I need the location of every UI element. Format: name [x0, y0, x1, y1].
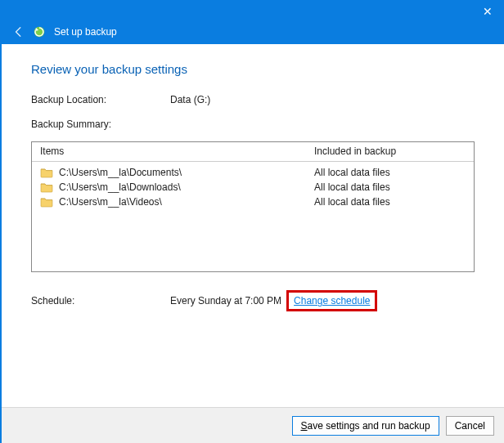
column-header-included[interactable]: Included in backup: [314, 145, 466, 157]
folder-icon: [40, 196, 53, 208]
close-icon[interactable]: ✕: [483, 3, 493, 20]
save-settings-button[interactable]: Save settings and run backup: [292, 416, 439, 436]
backup-location-value: Data (G:): [170, 94, 210, 105]
table-row[interactable]: C:\Users\m__la\Downloads\All local data …: [40, 180, 466, 195]
schedule-row: Schedule: Every Sunday at 7:00 PM Change…: [31, 290, 475, 311]
table-row[interactable]: C:\Users\m__la\Documents\All local data …: [40, 165, 466, 180]
cancel-button[interactable]: Cancel: [446, 416, 494, 436]
folder-icon: [40, 181, 53, 193]
folder-icon: [40, 167, 53, 178]
schedule-value: Every Sunday at 7:00 PM: [170, 295, 281, 307]
backup-summary-box: Items Included in backup C:\Users\m__la\…: [31, 141, 475, 272]
column-header-items[interactable]: Items: [40, 145, 314, 157]
save-button-mnemonic: S: [301, 420, 308, 432]
footer-bar: Save settings and run backup Cancel: [2, 407, 504, 443]
body-area: Review your backup settings Backup Locat…: [2, 44, 504, 407]
title-bar: ✕ Set up backup: [2, 2, 504, 44]
table-row[interactable]: C:\Users\m__la\Videos\All local data fil…: [40, 195, 466, 209]
backup-location-row: Backup Location: Data (G:): [31, 94, 475, 105]
change-schedule-link[interactable]: Change schedule: [286, 290, 377, 311]
page-heading: Review your backup settings: [31, 62, 475, 76]
item-path: C:\Users\m__la\Documents\: [59, 167, 314, 178]
back-icon[interactable]: [13, 26, 25, 38]
item-included: All local data files: [314, 167, 466, 178]
item-included: All local data files: [314, 196, 466, 208]
backup-app-icon: [33, 25, 46, 38]
schedule-label: Schedule:: [31, 295, 170, 307]
save-button-text: ave settings and run backup: [308, 420, 430, 432]
item-path: C:\Users\m__la\Videos\: [59, 196, 314, 208]
summary-header: Items Included in backup: [32, 142, 474, 162]
window-title: Set up backup: [54, 26, 117, 38]
backup-summary-label: Backup Summary:: [31, 119, 475, 130]
backup-location-label: Backup Location:: [31, 94, 170, 105]
item-path: C:\Users\m__la\Downloads\: [59, 181, 314, 193]
item-included: All local data files: [314, 181, 466, 193]
